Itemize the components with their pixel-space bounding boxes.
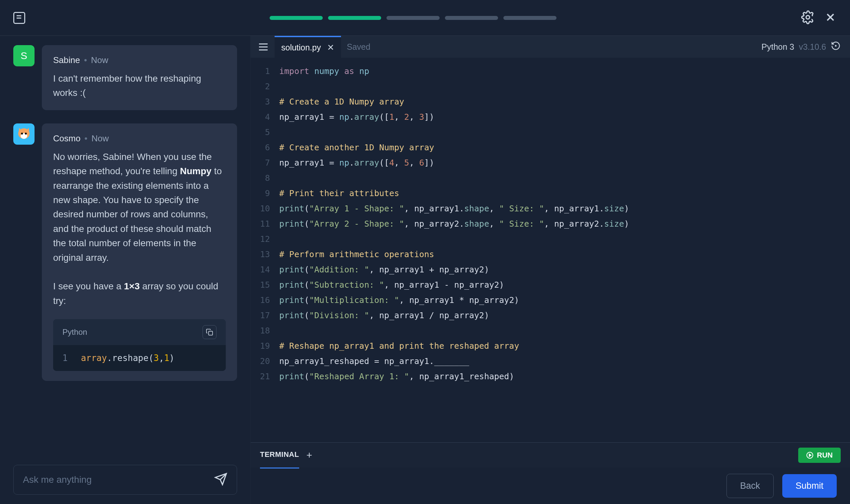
bot-text: No worries, Sabine! When you use the res… bbox=[53, 150, 226, 308]
progress-pill bbox=[503, 16, 556, 20]
editor-panel: solution.py ✕ Saved Python 3 v3.10.6 1im… bbox=[250, 36, 850, 504]
code-snippet: Python 1 array.reshape(3,1) bbox=[53, 319, 226, 371]
copy-button[interactable] bbox=[203, 325, 216, 339]
progress-pill bbox=[270, 16, 323, 20]
bot-avatar bbox=[13, 123, 35, 145]
user-text: I can't remember how the reshaping works… bbox=[53, 71, 226, 100]
python-label: Python 3 bbox=[761, 42, 794, 52]
svg-point-12 bbox=[835, 46, 836, 47]
chat-input-container bbox=[13, 465, 237, 495]
saved-label: Saved bbox=[347, 42, 370, 52]
code-line[interactable]: 17print("Division: ", np_array1 / np_arr… bbox=[251, 308, 850, 323]
code-line[interactable]: 2 bbox=[251, 79, 850, 94]
code-line[interactable]: 20np_array1_reshaped = np_array1._______ bbox=[251, 354, 850, 369]
code-line[interactable]: 16print("Multiplication: ", np_array1 * … bbox=[251, 293, 850, 308]
file-tab[interactable]: solution.py ✕ bbox=[275, 36, 341, 58]
code-line[interactable]: 5 bbox=[251, 125, 850, 140]
user-time: Now bbox=[91, 55, 108, 65]
svg-point-0 bbox=[806, 15, 810, 19]
send-icon[interactable] bbox=[214, 472, 227, 487]
submit-button[interactable]: Submit bbox=[782, 474, 837, 498]
progress-bar bbox=[25, 16, 801, 20]
code-line[interactable]: 8 bbox=[251, 170, 850, 186]
close-tab-icon[interactable]: ✕ bbox=[327, 42, 334, 53]
file-name: solution.py bbox=[281, 43, 321, 52]
user-message: S Sabine • Now I can't remember how the … bbox=[13, 45, 237, 110]
svg-rect-9 bbox=[209, 331, 212, 335]
progress-pill bbox=[328, 16, 381, 20]
back-button[interactable]: Back bbox=[727, 474, 774, 498]
user-name: Sabine bbox=[53, 55, 80, 65]
code-line[interactable]: 6# Create another 1D Numpy array bbox=[251, 140, 850, 155]
code-line[interactable]: 7np_array1 = np.array([4, 5, 6]) bbox=[251, 155, 850, 170]
add-terminal-icon[interactable]: + bbox=[307, 450, 312, 461]
chat-input[interactable] bbox=[23, 474, 214, 485]
code-line[interactable]: 9# Print their attributes bbox=[251, 186, 850, 201]
code-line[interactable]: 14print("Addition: ", np_array1 + np_arr… bbox=[251, 262, 850, 277]
code-line[interactable]: 15print("Subtraction: ", np_array1 - np_… bbox=[251, 277, 850, 293]
code-line[interactable]: 19# Reshape np_array1 and print the resh… bbox=[251, 338, 850, 354]
progress-pill bbox=[445, 16, 498, 20]
progress-pill bbox=[386, 16, 439, 20]
code-lang-label: Python bbox=[63, 327, 87, 337]
bot-message: Cosmo • Now No worries, Sabine! When you… bbox=[13, 123, 237, 381]
code-line[interactable]: 3# Create a 1D Numpy array bbox=[251, 94, 850, 109]
code-line[interactable]: 1import numpy as np bbox=[251, 64, 850, 79]
run-button[interactable]: RUN bbox=[798, 448, 841, 463]
user-avatar: S bbox=[13, 45, 35, 66]
code-line[interactable]: 4np_array1 = np.array([1, 2, 3]) bbox=[251, 109, 850, 125]
terminal-tab[interactable]: TERMINAL bbox=[260, 442, 299, 468]
run-label: RUN bbox=[817, 451, 833, 460]
document-icon[interactable] bbox=[13, 12, 25, 24]
code-line[interactable]: 13# Perform arithmetic operations bbox=[251, 247, 850, 262]
svg-point-6 bbox=[25, 132, 27, 134]
code-line[interactable]: 11print("Array 2 - Shape: ", np_array2.s… bbox=[251, 216, 850, 232]
code-line-number: 1 bbox=[63, 353, 68, 363]
bot-time: Now bbox=[91, 133, 108, 144]
svg-point-5 bbox=[21, 132, 23, 134]
code-line[interactable]: 18 bbox=[251, 323, 850, 338]
python-version: v3.10.6 bbox=[799, 42, 826, 52]
gear-icon[interactable] bbox=[801, 10, 815, 25]
code-line[interactable]: 12 bbox=[251, 232, 850, 247]
history-icon[interactable] bbox=[831, 41, 841, 53]
chat-panel: S Sabine • Now I can't remember how the … bbox=[0, 36, 250, 504]
svg-marker-14 bbox=[809, 454, 811, 456]
close-icon[interactable] bbox=[824, 11, 837, 25]
header bbox=[0, 0, 850, 36]
code-line[interactable]: 10print("Array 1 - Shape: ", np_array1.s… bbox=[251, 201, 850, 216]
code-editor[interactable]: 1import numpy as np23# Create a 1D Numpy… bbox=[251, 58, 850, 442]
bot-name: Cosmo bbox=[53, 133, 80, 144]
menu-icon[interactable] bbox=[256, 39, 271, 54]
code-line[interactable]: 21print("Reshaped Array 1: ", np_array1_… bbox=[251, 369, 850, 384]
